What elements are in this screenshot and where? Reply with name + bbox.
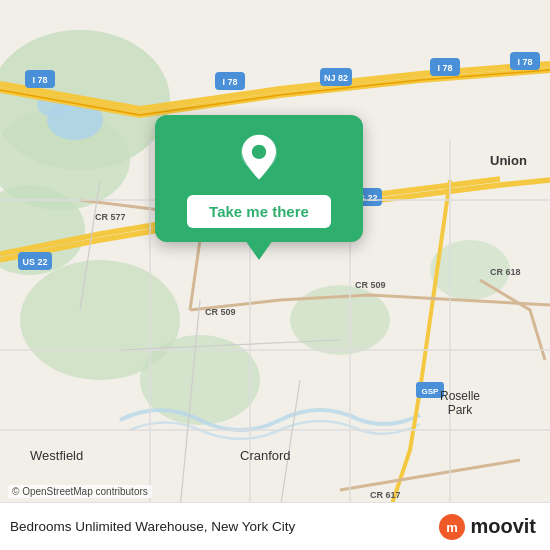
svg-text:CR 509: CR 509 xyxy=(355,280,386,290)
svg-text:US 22: US 22 xyxy=(22,257,47,267)
svg-text:Union: Union xyxy=(490,153,527,168)
map-container: I 78 I 78 I 78 I 78 NJ 82 US 22 US 22 GS… xyxy=(0,0,550,550)
svg-text:m: m xyxy=(447,520,459,535)
moovit-brand-icon: m xyxy=(438,513,466,541)
moovit-logo-text: moovit xyxy=(470,515,536,538)
popup-card: Take me there xyxy=(155,115,363,242)
svg-text:NJ 82: NJ 82 xyxy=(324,73,348,83)
svg-text:GSP: GSP xyxy=(422,387,440,396)
svg-text:CR 509: CR 509 xyxy=(205,307,236,317)
location-name: Bedrooms Unlimited Warehouse, New York C… xyxy=(10,519,295,534)
svg-text:CR 617: CR 617 xyxy=(370,490,401,500)
svg-text:CR 618: CR 618 xyxy=(490,267,521,277)
svg-text:Roselle: Roselle xyxy=(440,389,480,403)
take-me-there-button[interactable]: Take me there xyxy=(187,195,331,228)
svg-text:I 78: I 78 xyxy=(517,57,532,67)
svg-text:I 78: I 78 xyxy=(222,77,237,87)
svg-text:Park: Park xyxy=(448,403,474,417)
osm-attribution: © OpenStreetMap contributors xyxy=(8,485,152,498)
svg-text:CR 577: CR 577 xyxy=(95,212,126,222)
moovit-logo: m moovit xyxy=(438,513,536,541)
svg-point-37 xyxy=(252,145,266,159)
svg-text:I 78: I 78 xyxy=(437,63,452,73)
location-pin-icon xyxy=(233,133,285,185)
svg-text:I 78: I 78 xyxy=(32,75,47,85)
bottom-bar: Bedrooms Unlimited Warehouse, New York C… xyxy=(0,502,550,550)
svg-text:Westfield: Westfield xyxy=(30,448,83,463)
svg-text:Cranford: Cranford xyxy=(240,448,291,463)
map-background: I 78 I 78 I 78 I 78 NJ 82 US 22 US 22 GS… xyxy=(0,0,550,550)
